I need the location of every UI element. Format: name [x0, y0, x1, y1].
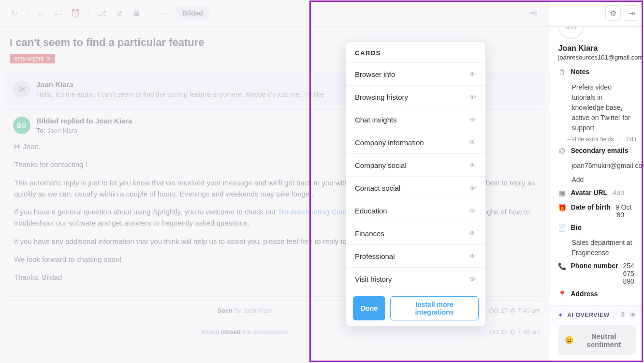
eye-icon[interactable]: 👁 [468, 183, 477, 192]
close-icon[interactable]: ✕ [46, 55, 51, 62]
priority-tag[interactable]: very urgent ✕ [10, 54, 55, 63]
cards-item-label: Education [355, 207, 387, 215]
doc-icon: 📄 [558, 224, 566, 233]
cards-item-label: Browsing history [355, 93, 408, 101]
eye-icon[interactable]: 👁 [468, 229, 477, 238]
eye-icon[interactable]: 👁 [468, 138, 477, 147]
tag-icon[interactable]: 🏷 [54, 9, 62, 17]
trash-icon[interactable]: 🗑 [132, 9, 141, 17]
at-icon: @ [558, 147, 566, 156]
image-icon: ▣ [558, 189, 566, 198]
sparkle-icon: ✦ [558, 312, 563, 318]
phone-value: 254 675 890 [623, 262, 636, 285]
assignee-button[interactable]: Bildad [176, 6, 209, 20]
ticket-number: #6 [530, 9, 538, 17]
secondary-email-value: joan76mukiri@gmail.com [571, 161, 636, 171]
cards-item[interactable]: Company information👁 [346, 131, 485, 154]
cards-item-label: Contact social [355, 184, 400, 192]
drag-handle-icon[interactable]: ⠿ [621, 312, 626, 318]
cards-item[interactable]: Professional👁 [346, 245, 485, 268]
snooze-icon[interactable]: ⏰ [71, 9, 80, 17]
eye-icon[interactable]: 👁 [468, 252, 477, 260]
contact-avatar: JK [558, 27, 584, 39]
notes-value: Prefers video tutorials in knowledge bas… [571, 82, 636, 133]
cards-item[interactable]: Finances👁 [346, 222, 485, 245]
avatar: BO [13, 117, 30, 134]
cards-item[interactable]: Contact social👁 [346, 177, 485, 199]
cards-item-label: Company social [355, 161, 407, 169]
ai-overview-title: AI OVERVIEW [567, 312, 610, 318]
expand-icon[interactable]: ⇥ [624, 5, 639, 21]
reply-headline: Bildad replied to Joan Kiara [36, 117, 132, 125]
message-preview: Hello, It's me again. I can't seem to fi… [36, 91, 324, 98]
notes-label: Notes [571, 68, 589, 76]
seen-time: Oct 17 @ 7:46 am [489, 307, 541, 314]
neutral-face-icon: 😐 [565, 336, 574, 345]
cards-item[interactable]: Browser info👁 [346, 63, 485, 86]
more-icon[interactable]: ⋯ [159, 9, 168, 17]
cards-item-label: Finances [355, 229, 384, 238]
avatar: JK [13, 80, 30, 98]
phone-icon: 📞 [558, 262, 566, 272]
add-secondary-email[interactable]: Add [571, 176, 584, 183]
install-integrations-button[interactable]: Install more integrations [390, 296, 479, 320]
cards-item-label: Browser info [355, 70, 395, 78]
sender-name: Joan Kiara [36, 80, 324, 89]
eye-icon[interactable]: 👁 [468, 70, 477, 78]
cards-modal-title: CARDS [346, 42, 485, 63]
bio-label: Bio [571, 224, 582, 231]
ai-overview-card: ✦ AI OVERVIEW ⠿ 👁 😐 Neutral sentiment [550, 305, 644, 363]
spam-icon[interactable]: ⊘ [115, 9, 124, 17]
contact-sidebar: ⚙ ⇥ JK Joan Kiara joanresources101@gmail… [550, 0, 644, 363]
reply-to-line: To: Joan Kiara [36, 127, 132, 134]
add-avatar-url[interactable]: Add [612, 189, 624, 197]
branch-icon[interactable]: ⎇ [98, 9, 106, 17]
avatar-url-label: Avatar URL [571, 189, 607, 197]
cards-item[interactable]: Visit history👁 [346, 268, 485, 290]
cards-item[interactable]: Chat insights👁 [346, 108, 485, 131]
conversation-toolbar: ↻ ☆ 🏷 ⏰ ⎇ ⊘ 🗑 ⋯ Bildad #6 [0, 0, 550, 27]
divider [150, 6, 150, 20]
divider [88, 6, 89, 20]
cards-item-label: Visit history [355, 275, 392, 283]
cards-item-label: Professional [355, 252, 395, 260]
dob-value: 9 Oct '80 [615, 203, 636, 219]
divider [27, 6, 28, 20]
eye-icon[interactable]: 👁 [468, 115, 477, 124]
cards-modal: CARDS Browser info👁Browsing history👁Chat… [346, 41, 486, 327]
contact-email[interactable]: joanresources101@gmail.com [558, 54, 636, 61]
edit-contact[interactable]: Edit [626, 136, 636, 143]
eye-icon[interactable]: 👁 [468, 274, 477, 283]
pin-icon: 📍 [558, 290, 566, 300]
star-icon[interactable]: ☆ [36, 9, 45, 17]
contact-name: Joan Kiara [558, 44, 636, 53]
notes-icon: 🗒 [558, 68, 566, 77]
cards-item[interactable]: Company social👁 [346, 154, 485, 177]
sentiment-pill: 😐 Neutral sentiment [558, 325, 636, 355]
settings-icon[interactable]: ⚙ [605, 5, 621, 21]
hide-extra-fields[interactable]: – Hide extra fields [567, 136, 614, 143]
cards-item-label: Chat insights [355, 116, 397, 124]
hide-icon[interactable]: 👁 [630, 312, 636, 318]
refresh-icon[interactable]: ↻ [10, 9, 18, 17]
gift-icon: 🎁 [558, 203, 566, 213]
secondary-emails-label: Secondary emails [571, 147, 628, 154]
address-label: Address [571, 290, 598, 298]
bio-value: Sales department at Fragincense [571, 238, 636, 258]
cards-item-label: Company information [355, 138, 424, 147]
cards-item[interactable]: Education👁 [346, 199, 485, 222]
priority-tag-label: very urgent [15, 55, 44, 62]
phone-label: Phone number [571, 262, 618, 270]
eye-icon[interactable]: 👁 [468, 161, 477, 169]
event-time: Oct 17 @ 7:46 am [489, 328, 541, 335]
done-button[interactable]: Done [353, 296, 385, 320]
dob-label: Date of birth [571, 203, 610, 211]
eye-icon[interactable]: 👁 [468, 92, 477, 101]
cards-item[interactable]: Browsing history👁 [346, 86, 485, 108]
eye-icon[interactable]: 👁 [468, 206, 477, 215]
